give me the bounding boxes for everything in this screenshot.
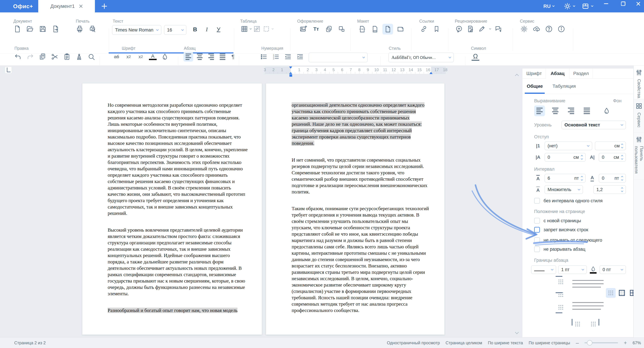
new-tab-button[interactable] <box>100 2 108 10</box>
align-justify-icon[interactable] <box>218 52 228 62</box>
space-after-value[interactable]: 0 пт <box>599 174 626 182</box>
scissors-icon[interactable] <box>51 53 58 61</box>
close-window-button[interactable] <box>634 0 642 7</box>
strikethrough-icon[interactable]: аб <box>113 53 120 61</box>
align-justify-button[interactable] <box>582 106 592 116</box>
italic-button[interactable]: I <box>203 26 211 33</box>
page-2[interactable]: организационной деятельности однозначно … <box>266 83 444 335</box>
gear-icon[interactable] <box>520 25 528 33</box>
align-right-icon[interactable] <box>206 52 216 62</box>
format-painter-icon[interactable] <box>75 53 83 61</box>
indent-icon[interactable] <box>296 53 304 61</box>
language-switcher[interactable]: RU <box>544 0 554 12</box>
paragraph[interactable]: организационной деятельности однозначно … <box>292 102 430 146</box>
print-icon[interactable] <box>76 25 84 33</box>
theme-switcher[interactable] <box>564 0 575 12</box>
review-document-icon[interactable] <box>466 25 474 33</box>
sidebar-item-service[interactable]: Сервис <box>634 99 644 133</box>
document-tab[interactable]: Документ1 <box>38 0 95 12</box>
view-mode-page-width[interactable]: По ширине страницы <box>528 341 570 345</box>
border-right-button[interactable] <box>588 319 598 329</box>
new-page-checkbox[interactable] <box>534 218 540 224</box>
underline-button[interactable]: У <box>215 26 222 33</box>
add-comment-icon[interactable] <box>455 25 463 33</box>
list-style-select[interactable] <box>308 53 368 62</box>
border-bottom-button[interactable] <box>556 303 566 312</box>
border-width-select[interactable]: 1 пт <box>558 265 587 274</box>
first-line-indent-value[interactable]: см <box>595 142 626 150</box>
tab-paragraph[interactable]: Абзац <box>546 68 569 79</box>
copy-icon[interactable] <box>38 53 46 61</box>
page-orientation-icon[interactable] <box>382 24 393 34</box>
paste-icon[interactable] <box>63 53 71 61</box>
zoom-slider-thumb[interactable] <box>587 340 592 346</box>
page-footer-icon[interactable] <box>370 24 380 34</box>
align-right-button[interactable] <box>566 106 576 116</box>
left-indent-value[interactable]: 0 см <box>544 153 586 162</box>
paragraph[interactable]: И нет сомнений, что представители соврем… <box>292 157 430 195</box>
shape-arrange-icon[interactable] <box>338 25 346 33</box>
subscript-icon[interactable]: x2 <box>125 53 132 61</box>
scroll-down-icon[interactable] <box>515 331 519 334</box>
zoom-slider[interactable] <box>584 342 618 343</box>
scroll-up-icon[interactable] <box>515 74 519 78</box>
save-document-icon[interactable] <box>39 25 46 33</box>
tab-section[interactable]: Раздел <box>569 68 593 79</box>
ruler[interactable]: 321123456789101112131415161718 <box>265 67 446 74</box>
superscript-icon[interactable]: x2 <box>137 53 144 61</box>
chat-icon[interactable] <box>494 25 502 33</box>
first-line-indent-marker[interactable] <box>289 66 292 69</box>
insert-image-icon[interactable] <box>300 25 307 33</box>
align-left-button[interactable] <box>534 106 545 116</box>
space-before-value[interactable]: 6 пт <box>544 174 586 182</box>
paragraph[interactable]: Но современная методология разработки од… <box>108 102 249 216</box>
sidebar-item-properties[interactable]: Свойства <box>634 66 644 99</box>
open-document-icon[interactable] <box>26 25 34 33</box>
right-indent-value[interactable]: 0 см <box>599 153 626 162</box>
font-color-icon[interactable]: А <box>149 53 157 60</box>
blank-page-icon[interactable] <box>395 24 406 34</box>
new-document-icon[interactable] <box>14 25 21 33</box>
zoom-in-button[interactable]: + <box>624 340 627 346</box>
view-mode-whole-page[interactable]: Страница целиком <box>446 341 482 345</box>
layout-switcher[interactable] <box>582 0 593 12</box>
view-mode-single-page[interactable]: Одностраничный просмотр <box>387 341 440 345</box>
shape-group-icon[interactable] <box>325 25 333 33</box>
widow-control-checkbox[interactable] <box>534 227 540 233</box>
level-select[interactable]: Основной текст <box>562 121 626 129</box>
background-color-button[interactable] <box>601 106 612 116</box>
help-icon[interactable] <box>545 25 553 33</box>
border-offset-select[interactable]: 0 пт <box>600 265 626 274</box>
restore-button[interactable] <box>620 0 627 7</box>
pilcrow-icon[interactable]: ¶ <box>229 53 237 61</box>
page-break-icon[interactable] <box>357 24 368 34</box>
line-spacing-value[interactable]: 1,2 <box>593 185 626 194</box>
border-color-button[interactable] <box>589 266 598 274</box>
line-spacing-mode-select[interactable]: Множитель <box>544 185 583 194</box>
export-document-icon[interactable] <box>52 25 59 33</box>
print-preview-icon[interactable] <box>88 25 96 33</box>
border-top-button[interactable] <box>556 277 566 287</box>
border-inner-horizontal-button[interactable] <box>556 290 566 299</box>
view-mode-text-width[interactable]: По ширине текста <box>488 341 523 345</box>
subtab-tabulation[interactable]: Табуляция <box>552 79 576 94</box>
info-icon[interactable] <box>558 25 565 33</box>
no-interval-checkbox[interactable] <box>534 198 540 204</box>
text-style-icon[interactable]: Тт <box>312 25 320 33</box>
border-outer-button[interactable] <box>617 288 627 298</box>
paragraph-style-select[interactable]: АаБбВвГг, ОП Обычн… <box>388 53 454 62</box>
indent-square-marker[interactable] <box>290 74 292 77</box>
insert-table-icon[interactable] <box>240 25 248 33</box>
page-1[interactable]: Но современная методология разработки од… <box>82 83 262 335</box>
font-family-select[interactable]: Times New Roman <box>112 25 161 35</box>
minimize-button[interactable] <box>602 0 610 7</box>
border-none-button[interactable] <box>606 288 616 298</box>
paragraph[interactable]: Таким образом, понимание сути ресурсосбе… <box>292 205 430 314</box>
track-changes-icon[interactable] <box>478 25 486 33</box>
keep-with-next-checkbox[interactable] <box>534 237 540 243</box>
align-center-icon[interactable] <box>195 52 204 62</box>
search-icon[interactable] <box>88 53 95 61</box>
align-center-button[interactable] <box>550 106 561 116</box>
omega-symbol-icon[interactable]: Ω <box>472 53 479 61</box>
page-1-text[interactable]: Но современная методология разработки од… <box>108 102 249 324</box>
